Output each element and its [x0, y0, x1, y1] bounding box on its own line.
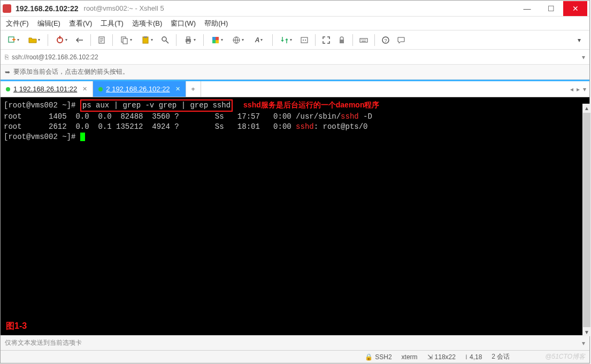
terminal-scrollbar[interactable]: ▲ ▼ — [582, 104, 591, 336]
menu-help[interactable]: 帮助(H) — [204, 19, 228, 28]
find-button[interactable] — [158, 33, 172, 47]
tab-strip: 1 192.168.26.101:22 ✕ 2 192.168.26.102:2… — [1, 81, 589, 97]
svg-rect-12 — [216, 37, 219, 40]
terminal[interactable]: [root@vms002 ~]# ps aux | grep -v grep |… — [1, 97, 589, 335]
shell-prompt: [root@vms002 ~]# — [4, 133, 80, 141]
title-bar: 192.168.26.102:22 root@vms002:~ - Xshell… — [1, 1, 589, 17]
address-bar: ⎘ ssh://root@192.168.26.102:22 ▾ — [1, 50, 589, 65]
disconnect-button[interactable] — [73, 33, 87, 47]
hint-text: 要添加当前会话，点击左侧的箭头按钮。 — [13, 67, 129, 76]
address-dropdown[interactable]: ▾ — [582, 53, 585, 61]
svg-rect-19 — [340, 40, 344, 43]
output-line: root 1405 0.0 0.0 82488 3560 ? Ss 17:57 … — [4, 112, 372, 121]
menu-file[interactable]: 文件(F) — [6, 19, 29, 28]
svg-rect-4 — [123, 38, 127, 44]
color-scheme-button[interactable] — [208, 33, 227, 47]
open-session-button[interactable] — [25, 33, 44, 47]
menu-bar: 文件(F) 编辑(E) 查看(V) 工具(T) 选项卡(B) 窗口(W) 帮助(… — [1, 17, 589, 30]
session-tab-2[interactable]: 2 192.168.26.102:22 ✕ — [93, 81, 186, 97]
chat-button[interactable] — [394, 33, 408, 47]
svg-rect-10 — [187, 41, 190, 43]
svg-rect-9 — [187, 37, 190, 39]
status-sessions: 2 会话 — [492, 352, 510, 361]
toolbar: A ? ▾ — [1, 30, 589, 50]
encoding-button[interactable] — [228, 33, 248, 47]
paste-button[interactable] — [137, 33, 157, 47]
new-session-button[interactable] — [4, 33, 23, 47]
menu-edit[interactable]: 编辑(E) — [37, 19, 60, 28]
watermark: @51CTO博客 — [545, 352, 585, 361]
toolbar-overflow-button[interactable]: ▾ — [572, 33, 586, 47]
menu-tools[interactable]: 工具(T) — [101, 19, 124, 28]
svg-point-18 — [305, 40, 306, 41]
script-button[interactable] — [297, 33, 311, 47]
svg-rect-6 — [144, 36, 147, 38]
window-subtitle: root@vms002:~ - Xshell 5 — [84, 4, 164, 12]
svg-rect-20 — [360, 38, 367, 42]
menu-window[interactable]: 窗口(W) — [171, 19, 196, 28]
svg-rect-14 — [216, 40, 219, 43]
help-button[interactable]: ? — [379, 33, 393, 47]
svg-text:?: ? — [384, 38, 387, 43]
reconnect-button[interactable] — [52, 33, 71, 47]
tab-list-icon[interactable]: ▾ — [583, 86, 586, 93]
status-dot-icon — [98, 87, 103, 91]
status-term: xterm — [402, 353, 418, 361]
menu-view[interactable]: 查看(V) — [69, 19, 92, 28]
cursor — [80, 133, 85, 141]
svg-point-7 — [162, 37, 166, 41]
tab-close-icon[interactable]: ✕ — [82, 86, 87, 92]
maximize-button[interactable]: ☐ — [539, 1, 563, 16]
new-tab-button[interactable]: + — [186, 81, 201, 97]
minimize-button[interactable]: — — [515, 1, 539, 16]
annotation-text: sshd服务是后台运行的一个daemon程序 — [243, 100, 379, 109]
tab-close-icon[interactable]: ✕ — [175, 86, 180, 92]
status-bar: 🔒 SSH2 xterm ⇲ 118x22 ⁞ 4,18 2 会话 @51CTO… — [1, 350, 589, 363]
status-protocol: 🔒 SSH2 — [365, 353, 392, 361]
properties-button[interactable] — [95, 33, 109, 47]
output-line: root 2612 0.0 0.1 135212 4924 ? Ss 18:01… — [4, 122, 368, 131]
status-dot-icon — [6, 87, 10, 91]
add-session-icon[interactable]: ➥ — [5, 68, 10, 76]
send-dropdown-icon[interactable]: ▾ — [582, 339, 585, 347]
scroll-thumb[interactable] — [583, 113, 590, 327]
figure-label: 图1-3 — [6, 320, 27, 332]
tab-nav-left-icon[interactable]: ◂ — [570, 86, 573, 93]
menu-tabs[interactable]: 选项卡(B) — [132, 19, 162, 28]
svg-rect-13 — [212, 40, 216, 43]
address-text[interactable]: ssh://root@192.168.26.102:22 — [12, 53, 582, 61]
keyboard-button[interactable] — [357, 33, 371, 47]
svg-rect-16 — [301, 37, 308, 43]
copy-button[interactable] — [117, 33, 136, 47]
shell-prompt: [root@vms002 ~]# — [4, 101, 80, 110]
window-title: 192.168.26.102:22 — [16, 4, 79, 13]
send-bar[interactable]: 仅将文本发送到当前选项卡 ▾ — [1, 335, 589, 350]
print-button[interactable] — [180, 33, 199, 47]
lock-button[interactable] — [335, 33, 349, 47]
session-tab-1[interactable]: 1 192.168.26.101:22 ✕ — [1, 81, 93, 97]
svg-point-17 — [303, 40, 304, 41]
highlighted-command: ps aux | grep -v grep | grep sshd — [80, 99, 233, 112]
status-size: ⇲ 118x22 — [427, 353, 456, 361]
hint-bar: ➥ 要添加当前会话，点击左侧的箭头按钮。 — [1, 65, 589, 80]
status-position: ⁞ 4,18 — [465, 353, 482, 361]
app-icon — [3, 4, 11, 13]
tab-nav-right-icon[interactable]: ▸ — [577, 86, 580, 93]
address-icon: ⎘ — [5, 53, 9, 61]
scroll-down-icon[interactable]: ▼ — [582, 328, 591, 336]
font-button[interactable]: A — [249, 33, 268, 47]
svg-rect-11 — [212, 37, 216, 40]
fullscreen-button[interactable] — [319, 33, 333, 47]
transfer-button[interactable] — [277, 33, 296, 47]
send-placeholder: 仅将文本发送到当前选项卡 — [5, 338, 82, 347]
scroll-up-icon[interactable]: ▲ — [582, 104, 591, 112]
close-button[interactable]: ✕ — [563, 1, 587, 16]
